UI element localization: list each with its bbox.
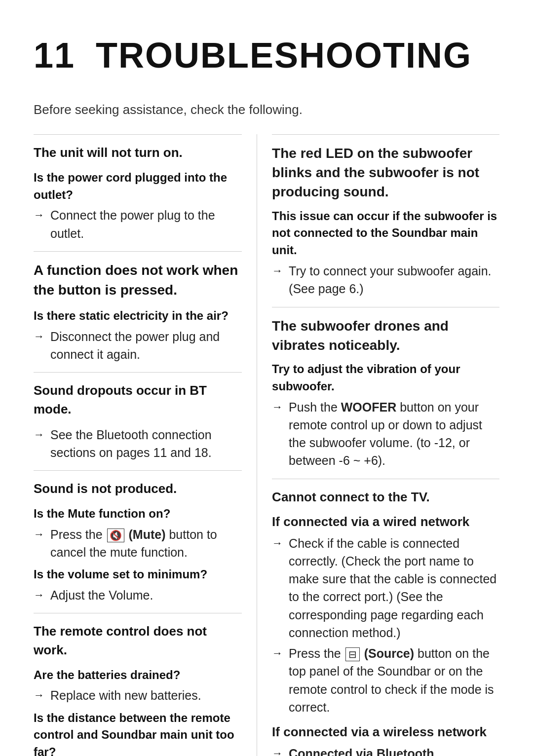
subheader-static-electricity: Is there static electricity in the air? xyxy=(34,307,242,325)
section-header-function-no-work: A function does not work when the button… xyxy=(34,261,242,302)
arrow-press-source: → Press the ⊟ (Source) button on the top… xyxy=(272,644,499,716)
arrow-adjust-volume: → Adjust the Volume. xyxy=(34,586,242,604)
arrow-text: Try to connect your subwoofer again. (Se… xyxy=(289,262,499,298)
subheader-wireless-network: If connected via a wireless network xyxy=(272,723,499,742)
section-sound-not-produced: Sound is not produced. Is the Mute funct… xyxy=(34,470,242,611)
arrow-connect-subwoofer: → Try to connect your subwoofer again. (… xyxy=(272,262,499,298)
arrow-text: See the Bluetooth connection sections on… xyxy=(50,426,242,462)
arrow-text: Replace with new batteries. xyxy=(50,686,242,704)
arrow-text: Adjust the Volume. xyxy=(50,586,242,604)
arrow-text-source: Press the ⊟ (Source) button on the top p… xyxy=(289,644,499,716)
arrow-text-bluetooth-bold: Connected via Bluetooth xyxy=(289,745,499,756)
right-column: The red LED on the subwoofer blinks and … xyxy=(257,134,499,756)
arrow-text: Check if the cable is connected correctl… xyxy=(289,534,499,642)
section-header-red-led: The red LED on the subwoofer blinks and … xyxy=(272,144,499,202)
arrow-text-mute: Press the 🔇 (Mute) button to cancel the … xyxy=(50,526,242,562)
arrow-text: Disconnect the power plug and connect it… xyxy=(50,328,242,364)
subheader-volume-min: Is the volume set to minimum? xyxy=(34,566,242,583)
section-header-sound-not-produced: Sound is not produced. xyxy=(34,480,242,500)
section-sound-dropouts: Sound dropouts occur in BT mode. → See t… xyxy=(34,372,242,468)
arrow-icon: → xyxy=(272,399,286,415)
arrow-icon: → xyxy=(34,527,47,542)
section-header-subwoofer-drones: The subwoofer drones and vibrates notice… xyxy=(272,316,499,355)
subheader-adjust-vibration: Try to adjust the vibration of your subw… xyxy=(272,361,499,395)
section-header-unit-no-turn: The unit will not turn on. xyxy=(34,144,242,164)
arrow-icon: → xyxy=(34,587,47,603)
arrow-connect-plug: → Connect the power plug to the outlet. xyxy=(34,206,242,242)
section-unit-no-turn: The unit will not turn on. Is the power … xyxy=(34,134,242,249)
section-header-remote-no-work: The remote control does not work. xyxy=(34,622,242,661)
arrow-icon: → xyxy=(272,746,286,756)
left-column: The unit will not turn on. Is the power … xyxy=(34,134,257,756)
arrow-disconnect-plug: → Disconnect the power plug and connect … xyxy=(34,328,242,364)
mute-icon: 🔇 xyxy=(107,529,124,542)
subheader-subwoofer-not-connected: This issue can occur if the subwoofer is… xyxy=(272,208,499,259)
page-title: 11 TROUBLESHOOTING xyxy=(34,30,499,81)
arrow-replace-batteries: → Replace with new batteries. xyxy=(34,686,242,704)
section-subwoofer-drones: The subwoofer drones and vibrates notice… xyxy=(272,307,499,477)
main-columns: The unit will not turn on. Is the power … xyxy=(34,134,499,756)
section-header-sound-dropouts: Sound dropouts occur in BT mode. xyxy=(34,381,242,420)
arrow-icon: → xyxy=(34,687,47,703)
subheader-distance: Is the distance between the remote contr… xyxy=(34,710,242,756)
section-function-no-work: A function does not work when the button… xyxy=(34,251,242,370)
arrow-text-woofer: Push the WOOFER button on your remote co… xyxy=(289,398,499,470)
arrow-push-woofer: → Push the WOOFER button on your remote … xyxy=(272,398,499,470)
arrow-mute-cancel: → Press the 🔇 (Mute) button to cancel th… xyxy=(34,526,242,562)
source-icon: ⊟ xyxy=(345,647,360,661)
section-cannot-connect-tv: Cannot connect to the TV. If connected v… xyxy=(272,479,499,756)
arrow-text: Connect the power plug to the outlet. xyxy=(50,206,242,242)
section-red-led: The red LED on the subwoofer blinks and … xyxy=(272,134,499,304)
arrow-icon: → xyxy=(34,329,47,344)
arrow-connected-via-bluetooth: → Connected via Bluetooth xyxy=(272,745,499,756)
arrow-icon: → xyxy=(272,263,286,279)
subheader-power-cord: Is the power cord plugged into the outle… xyxy=(34,169,242,204)
subheader-wired-network: If connected via a wired network xyxy=(272,513,499,531)
subheader-batteries: Are the batteries drained? xyxy=(34,667,242,684)
section-header-cannot-connect-tv: Cannot connect to the TV. xyxy=(272,488,499,506)
section-remote-no-work: The remote control does not work. Are th… xyxy=(34,613,242,756)
subheader-mute-on: Is the Mute function on? xyxy=(34,505,242,523)
arrow-icon: → xyxy=(34,427,47,443)
intro-text: Before seeking assistance, check the fol… xyxy=(34,101,499,119)
arrow-icon: → xyxy=(272,535,286,551)
arrow-check-cable: → Check if the cable is connected correc… xyxy=(272,534,499,642)
arrow-icon: → xyxy=(34,207,47,223)
arrow-icon: → xyxy=(272,645,286,661)
arrow-bluetooth-sections: → See the Bluetooth connection sections … xyxy=(34,426,242,462)
